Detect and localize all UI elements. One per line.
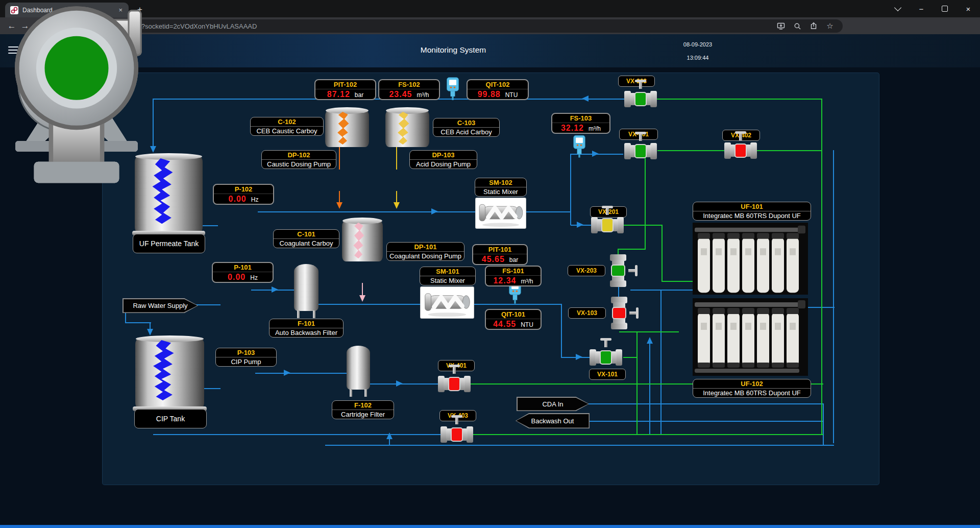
pipe xyxy=(636,331,638,435)
valve-body xyxy=(600,350,612,365)
valve-body xyxy=(611,265,625,277)
display-p102: P-102 0.00Hz xyxy=(213,184,274,205)
label-cip-tank: CIP Tank xyxy=(134,409,207,428)
pipe xyxy=(126,322,151,323)
url-bar[interactable]: i localhost:1880/ui/#!/0?socketid=2cVOdX… xyxy=(60,19,843,33)
valve-vx201[interactable] xyxy=(591,214,624,236)
display-fs101: FS-101 12.34m³/h xyxy=(485,266,542,286)
pipe xyxy=(204,388,220,389)
display-value: 0.00 xyxy=(228,273,246,282)
header-date: 08-09-2023 xyxy=(675,41,721,47)
equipment-desc: Integratec MB 60TRS Dupont UF xyxy=(693,211,811,220)
display-value: 99.88 xyxy=(478,90,501,99)
valve-vx402[interactable] xyxy=(724,139,757,162)
display-value: 23.45 xyxy=(389,90,412,99)
equipment-id: P-103 xyxy=(216,348,276,357)
display-id: FS-101 xyxy=(486,267,541,276)
taskbar-strip xyxy=(0,525,980,528)
flow-arrow xyxy=(272,286,278,293)
pipe xyxy=(623,357,638,358)
pipe xyxy=(619,331,679,332)
pipe xyxy=(662,225,663,282)
label-uf101: UF-101 Integratec MB 60TRS Dupont UF xyxy=(693,202,811,221)
equipment-id: C-102 xyxy=(251,117,323,127)
valve-vx303[interactable] xyxy=(624,88,657,110)
valve-vx203[interactable] xyxy=(607,254,629,287)
flow-arrow xyxy=(431,208,438,214)
valve-body xyxy=(601,218,614,232)
equipment-id: UF-101 xyxy=(693,202,811,211)
display-id: FS-103 xyxy=(552,114,609,123)
share-icon[interactable] xyxy=(808,21,819,31)
label-c101: C-101 Coagulant Carboy xyxy=(273,229,339,248)
label-dp102: DP-102 Caustic Dosing Pump xyxy=(261,150,336,169)
pipe xyxy=(589,421,823,422)
display-id: P-101 xyxy=(213,263,273,272)
dosing-pump-dp101-icon xyxy=(0,0,153,213)
window-close-button[interactable]: × xyxy=(957,0,980,17)
install-app-icon[interactable] xyxy=(775,21,787,31)
label-uf102: UF-102 Integratec MB 60TRS Dupont UF xyxy=(693,379,811,398)
pipe xyxy=(630,290,693,291)
valve-vx403[interactable] xyxy=(440,423,473,446)
uf-101-rack-image xyxy=(693,223,808,295)
pipe xyxy=(325,445,834,446)
display-qit102: QIT-102 99.88NTU xyxy=(467,79,529,100)
pipe xyxy=(570,154,571,225)
display-value: 44.55 xyxy=(493,320,516,329)
equipment-desc: Coagulant Carboy xyxy=(274,239,339,248)
acid-carboy-tank xyxy=(385,107,429,148)
pipe xyxy=(396,147,397,170)
window-restore-button[interactable] xyxy=(933,0,957,17)
pipe xyxy=(589,403,823,404)
cip-tank xyxy=(135,335,204,410)
equipment-id: DP-101 xyxy=(387,243,464,252)
valve-label-vx301: VX-301 xyxy=(619,129,658,140)
display-value: 0.00 xyxy=(229,195,247,204)
equipment-desc: Static Mixer xyxy=(420,276,475,285)
valve-body xyxy=(451,427,463,442)
pipe xyxy=(660,290,662,435)
equipment-id: DP-103 xyxy=(410,151,477,160)
label-sm102: SM-102 Static Mixer xyxy=(475,178,527,197)
label-uf-permeate-tank: UF Permeate Tank xyxy=(133,234,205,253)
display-value: 32.12 xyxy=(561,124,584,133)
valve-vx101[interactable] xyxy=(590,346,622,369)
page-title: Monitoring System xyxy=(402,45,504,55)
pipe xyxy=(657,150,724,151)
uf-102-rack-image xyxy=(693,298,808,376)
bookmark-star-icon[interactable]: ☆ xyxy=(824,21,836,31)
display-id: P-102 xyxy=(214,185,273,194)
display-id: QIT-101 xyxy=(486,310,541,319)
equipment-desc: Caustic Dosing Pump xyxy=(262,160,336,169)
search-icon[interactable] xyxy=(792,21,803,31)
pipe xyxy=(618,249,646,250)
display-fs103: FS-103 32.12m³/h xyxy=(551,113,610,134)
window-minimize-button[interactable]: − xyxy=(910,0,933,17)
equipment-id: DP-102 xyxy=(262,151,336,160)
valve-vx301[interactable] xyxy=(624,140,657,162)
auto-backwash-filter-vessel xyxy=(294,264,318,318)
window-chevron-icon[interactable] xyxy=(886,0,910,17)
display-pit101: PIT-101 45.65bar xyxy=(472,244,528,265)
pipe xyxy=(339,191,340,202)
valve-vx103[interactable] xyxy=(608,297,630,329)
display-unit: NTU xyxy=(521,321,533,328)
flow-arrow xyxy=(577,222,583,228)
display-value: 45.65 xyxy=(482,255,505,264)
flow-arrow xyxy=(592,151,599,157)
flow-arrow xyxy=(359,295,365,302)
pipe xyxy=(195,304,220,305)
pipe xyxy=(757,150,822,151)
pipe xyxy=(823,403,824,445)
flow-arrow xyxy=(394,202,400,209)
tag-text: Backwash Out xyxy=(517,414,589,428)
equipment-desc: Auto Backwash Filter xyxy=(270,328,343,337)
valve-vx401[interactable] xyxy=(438,373,471,395)
equipment-id: C-103 xyxy=(433,118,499,128)
display-value: 87.12 xyxy=(327,90,350,99)
equipment-desc: Integratec MB 60TRS Dupont UF xyxy=(693,389,811,397)
pipe xyxy=(645,150,646,249)
equipment-id: SM-102 xyxy=(475,178,526,187)
valve-body xyxy=(448,377,460,391)
